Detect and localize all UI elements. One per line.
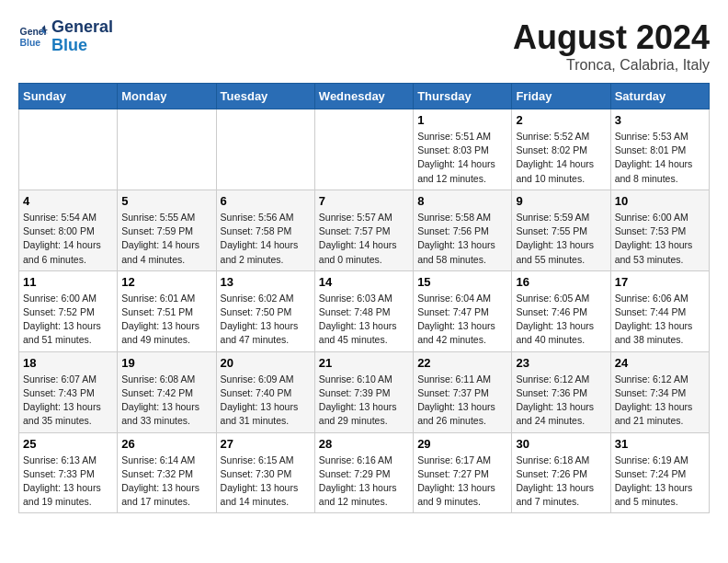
day-info: Sunrise: 6:04 AMSunset: 7:47 PMDaylight:… (417, 292, 507, 348)
calendar-day-15: 15Sunrise: 6:04 AMSunset: 7:47 PMDayligh… (414, 270, 512, 351)
day-info: Sunrise: 6:11 AMSunset: 7:37 PMDaylight:… (417, 373, 507, 429)
logo: General Blue General Blue (18, 18, 113, 55)
month-title: August 2024 (513, 18, 710, 57)
calendar-day-10: 10Sunrise: 6:00 AMSunset: 7:53 PMDayligh… (610, 190, 709, 270)
calendar-day-13: 13Sunrise: 6:02 AMSunset: 7:50 PMDayligh… (216, 270, 314, 351)
day-info: Sunrise: 5:54 AMSunset: 8:00 PMDaylight:… (23, 211, 113, 267)
calendar-day-29: 29Sunrise: 6:17 AMSunset: 7:27 PMDayligh… (414, 432, 512, 513)
calendar-week-1: 4Sunrise: 5:54 AMSunset: 8:00 PMDaylight… (19, 190, 710, 270)
day-number: 25 (23, 437, 113, 451)
title-block: August 2024 Tronca, Calabria, Italy (513, 18, 710, 74)
calendar-day-2: 2Sunrise: 5:52 AMSunset: 8:02 PMDaylight… (512, 109, 610, 190)
calendar-day-1: 1Sunrise: 5:51 AMSunset: 8:03 PMDaylight… (414, 109, 512, 190)
day-number: 13 (221, 275, 311, 289)
weekday-header-friday: Friday (512, 84, 610, 109)
day-number: 14 (319, 275, 409, 289)
day-number: 10 (615, 194, 705, 208)
day-number: 9 (516, 194, 606, 208)
logo-text: General Blue (51, 18, 113, 55)
calendar-day-19: 19Sunrise: 6:08 AMSunset: 7:42 PMDayligh… (118, 351, 216, 432)
day-info: Sunrise: 6:19 AMSunset: 7:24 PMDaylight:… (615, 454, 705, 510)
calendar-table: SundayMondayTuesdayWednesdayThursdayFrid… (18, 83, 710, 513)
calendar-day-6: 6Sunrise: 5:56 AMSunset: 7:58 PMDaylight… (216, 190, 314, 270)
calendar-day-20: 20Sunrise: 6:09 AMSunset: 7:40 PMDayligh… (216, 351, 314, 432)
empty-cell (118, 109, 216, 190)
weekday-header-wednesday: Wednesday (314, 84, 413, 109)
day-info: Sunrise: 6:02 AMSunset: 7:50 PMDaylight:… (221, 292, 311, 348)
day-number: 5 (121, 194, 211, 208)
calendar-day-4: 4Sunrise: 5:54 AMSunset: 8:00 PMDaylight… (19, 190, 118, 270)
day-info: Sunrise: 5:57 AMSunset: 7:57 PMDaylight:… (319, 211, 409, 267)
calendar-week-0: 1Sunrise: 5:51 AMSunset: 8:03 PMDaylight… (19, 109, 710, 190)
day-number: 8 (417, 194, 507, 208)
calendar-day-16: 16Sunrise: 6:05 AMSunset: 7:46 PMDayligh… (512, 270, 610, 351)
day-info: Sunrise: 6:08 AMSunset: 7:42 PMDaylight:… (121, 373, 211, 429)
day-number: 12 (121, 275, 211, 289)
day-number: 6 (221, 194, 311, 208)
svg-text:Blue: Blue (20, 37, 41, 47)
day-info: Sunrise: 5:51 AMSunset: 8:03 PMDaylight:… (417, 130, 507, 186)
calendar-day-21: 21Sunrise: 6:10 AMSunset: 7:39 PMDayligh… (314, 351, 413, 432)
calendar-day-18: 18Sunrise: 6:07 AMSunset: 7:43 PMDayligh… (19, 351, 118, 432)
day-number: 20 (221, 356, 311, 370)
day-info: Sunrise: 6:10 AMSunset: 7:39 PMDaylight:… (319, 373, 409, 429)
page-header: General Blue General Blue August 2024 Tr… (18, 18, 710, 74)
day-info: Sunrise: 6:14 AMSunset: 7:32 PMDaylight:… (121, 454, 211, 510)
calendar-day-24: 24Sunrise: 6:12 AMSunset: 7:34 PMDayligh… (610, 351, 709, 432)
calendar-day-22: 22Sunrise: 6:11 AMSunset: 7:37 PMDayligh… (414, 351, 512, 432)
location: Tronca, Calabria, Italy (513, 57, 710, 74)
calendar-day-3: 3Sunrise: 5:53 AMSunset: 8:01 PMDaylight… (610, 109, 709, 190)
calendar-day-8: 8Sunrise: 5:58 AMSunset: 7:56 PMDaylight… (414, 190, 512, 270)
day-info: Sunrise: 6:16 AMSunset: 7:29 PMDaylight:… (319, 454, 409, 510)
day-number: 31 (615, 437, 705, 451)
day-info: Sunrise: 6:15 AMSunset: 7:30 PMDaylight:… (221, 454, 311, 510)
day-info: Sunrise: 6:01 AMSunset: 7:51 PMDaylight:… (121, 292, 211, 348)
weekday-header-tuesday: Tuesday (216, 84, 314, 109)
day-number: 30 (516, 437, 606, 451)
day-number: 29 (417, 437, 507, 451)
day-info: Sunrise: 6:00 AMSunset: 7:52 PMDaylight:… (23, 292, 113, 348)
calendar-day-5: 5Sunrise: 5:55 AMSunset: 7:59 PMDaylight… (118, 190, 216, 270)
day-number: 21 (319, 356, 409, 370)
calendar-week-3: 18Sunrise: 6:07 AMSunset: 7:43 PMDayligh… (19, 351, 710, 432)
weekday-header-saturday: Saturday (610, 84, 709, 109)
weekday-header-sunday: Sunday (19, 84, 118, 109)
day-number: 1 (417, 113, 507, 127)
logo-icon: General Blue (18, 22, 48, 52)
day-info: Sunrise: 5:53 AMSunset: 8:01 PMDaylight:… (615, 130, 705, 186)
day-info: Sunrise: 6:07 AMSunset: 7:43 PMDaylight:… (23, 373, 113, 429)
weekday-header-row: SundayMondayTuesdayWednesdayThursdayFrid… (19, 84, 710, 109)
calendar-day-26: 26Sunrise: 6:14 AMSunset: 7:32 PMDayligh… (118, 432, 216, 513)
calendar-day-11: 11Sunrise: 6:00 AMSunset: 7:52 PMDayligh… (19, 270, 118, 351)
day-number: 24 (615, 356, 705, 370)
day-info: Sunrise: 5:59 AMSunset: 7:55 PMDaylight:… (516, 211, 606, 267)
day-info: Sunrise: 6:18 AMSunset: 7:26 PMDaylight:… (516, 454, 606, 510)
day-info: Sunrise: 6:00 AMSunset: 7:53 PMDaylight:… (615, 211, 705, 267)
calendar-day-7: 7Sunrise: 5:57 AMSunset: 7:57 PMDaylight… (314, 190, 413, 270)
calendar-body: 1Sunrise: 5:51 AMSunset: 8:03 PMDaylight… (19, 109, 710, 513)
day-info: Sunrise: 6:05 AMSunset: 7:46 PMDaylight:… (516, 292, 606, 348)
weekday-header-thursday: Thursday (414, 84, 512, 109)
weekday-header-monday: Monday (118, 84, 216, 109)
day-info: Sunrise: 6:09 AMSunset: 7:40 PMDaylight:… (221, 373, 311, 429)
day-info: Sunrise: 6:03 AMSunset: 7:48 PMDaylight:… (319, 292, 409, 348)
calendar-day-27: 27Sunrise: 6:15 AMSunset: 7:30 PMDayligh… (216, 432, 314, 513)
day-number: 17 (615, 275, 705, 289)
day-info: Sunrise: 5:52 AMSunset: 8:02 PMDaylight:… (516, 130, 606, 186)
empty-cell (19, 109, 118, 190)
day-info: Sunrise: 5:58 AMSunset: 7:56 PMDaylight:… (417, 211, 507, 267)
empty-cell (216, 109, 314, 190)
calendar-day-30: 30Sunrise: 6:18 AMSunset: 7:26 PMDayligh… (512, 432, 610, 513)
day-number: 19 (121, 356, 211, 370)
day-number: 7 (319, 194, 409, 208)
calendar-day-9: 9Sunrise: 5:59 AMSunset: 7:55 PMDaylight… (512, 190, 610, 270)
day-number: 28 (319, 437, 409, 451)
day-info: Sunrise: 5:56 AMSunset: 7:58 PMDaylight:… (221, 211, 311, 267)
day-info: Sunrise: 6:13 AMSunset: 7:33 PMDaylight:… (23, 454, 113, 510)
day-number: 3 (615, 113, 705, 127)
day-number: 26 (121, 437, 211, 451)
day-number: 27 (221, 437, 311, 451)
day-number: 4 (23, 194, 113, 208)
calendar-day-28: 28Sunrise: 6:16 AMSunset: 7:29 PMDayligh… (314, 432, 413, 513)
calendar-day-23: 23Sunrise: 6:12 AMSunset: 7:36 PMDayligh… (512, 351, 610, 432)
